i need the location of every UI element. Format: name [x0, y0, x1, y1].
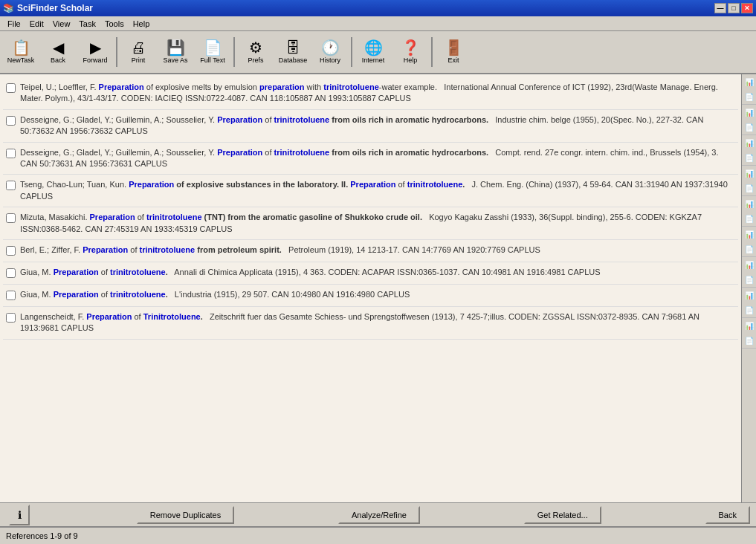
side-icon-pair-1: 📊 📄 — [742, 74, 756, 105]
menu-edit[interactable]: Edit — [25, 18, 48, 30]
toolbar-separator-4 — [431, 37, 433, 67]
help-button[interactable]: ❓ Help — [392, 33, 428, 71]
saveas-button[interactable]: 💾 Save As — [158, 33, 193, 71]
app-title: SciFinder Scholar — [17, 3, 93, 13]
prefs-button[interactable]: ⚙ Prefs — [238, 33, 274, 71]
fulltext-button[interactable]: 📄 Full Text — [195, 33, 230, 71]
menu-file[interactable]: File — [3, 18, 25, 30]
result-save-icon-7[interactable]: 📄 — [742, 272, 757, 287]
menu-bar: File Edit View Task Tools Help — [0, 16, 756, 31]
fulltext-icon: 📄 — [204, 40, 222, 55]
result-checkbox-1[interactable] — [6, 83, 16, 93]
result-detail-icon-7[interactable]: 📊 — [742, 257, 757, 272]
menu-help[interactable]: Help — [129, 18, 155, 30]
result-checkbox-3[interactable] — [6, 149, 16, 158]
table-row: Langenscheidt, F. Preparation of Trinitr… — [3, 307, 738, 340]
side-icon-pair-2: 📊 📄 — [742, 105, 756, 135]
remove-duplicates-button[interactable]: Remove Duplicates — [137, 506, 234, 524]
table-row: Giua, M. Preparation of trinitrotoluene.… — [3, 262, 738, 285]
table-row: Berl, E.; Ziffer, F. Preparation of trin… — [3, 240, 738, 262]
database-button[interactable]: 🗄 Database — [275, 33, 311, 71]
result-text-7: Giua, M. Preparation of trinitrotoluene.… — [20, 267, 735, 278]
result-text-1: Teipel, U.; Loeffler, F. Preparation of … — [20, 82, 735, 105]
result-detail-icon-2[interactable]: 📊 — [742, 105, 757, 120]
help-icon: ❓ — [401, 40, 420, 55]
result-text-3: Desseigne, G.; Gladel, Y.; Guillemin, A.… — [20, 147, 735, 170]
app-icon: 📚 — [3, 3, 14, 13]
result-checkbox-8[interactable] — [6, 291, 16, 300]
result-checkbox-2[interactable] — [6, 116, 16, 126]
exit-button[interactable]: 🚪 Exit — [436, 33, 471, 71]
status-bar: References 1-9 of 9 — [0, 526, 756, 544]
table-row: Desseigne, G.; Gladel, Y.; Guillemin, A.… — [3, 110, 738, 143]
result-checkbox-7[interactable] — [6, 268, 16, 278]
title-text: 📚 SciFinder Scholar — [3, 3, 93, 13]
newtask-button[interactable]: 📋 NewTask — [3, 33, 39, 71]
back-bottom-button[interactable]: Back — [705, 506, 750, 524]
table-row: Giua, M. Preparation of trinitrotoluene.… — [3, 285, 738, 307]
side-icon-pair-9: 📊 📄 — [742, 318, 756, 349]
side-icon-pair-5: 📊 📄 — [742, 196, 756, 227]
main-area: Teipel, U.; Loeffler, F. Preparation of … — [0, 74, 756, 502]
result-save-icon-4[interactable]: 📄 — [742, 181, 757, 195]
toolbar: 📋 NewTask ◀ Back ▶ Forward 🖨 Print 💾 Sav… — [0, 31, 756, 74]
result-detail-icon-4[interactable]: 📊 — [742, 166, 757, 181]
newtask-icon: 📋 — [12, 40, 30, 55]
back-toolbar-button[interactable]: ◀ Back — [40, 33, 76, 71]
internet-button[interactable]: 🌐 Internet — [355, 33, 391, 71]
result-checkbox-4[interactable] — [6, 181, 16, 190]
result-text-8: Giua, M. Preparation of trinitrotoluene.… — [20, 289, 735, 300]
info-icon[interactable]: ℹ — [9, 505, 30, 525]
menu-task[interactable]: Task — [74, 18, 100, 30]
toolbar-separator-3 — [351, 37, 352, 67]
result-detail-icon-3[interactable]: 📊 — [742, 135, 757, 150]
table-row: Mizuta, Masakichi. Preparation of trinit… — [3, 207, 738, 240]
title-bar: 📚 SciFinder Scholar — □ ✕ — [0, 0, 756, 16]
prefs-icon: ⚙ — [249, 40, 262, 55]
back-icon: ◀ — [53, 40, 64, 55]
side-icon-pair-6: 📊 📄 — [742, 227, 756, 257]
history-icon: 🕐 — [321, 40, 340, 55]
result-text-6: Berl, E.; Ziffer, F. Preparation of trin… — [20, 245, 735, 256]
print-icon: 🖨 — [131, 40, 146, 55]
result-save-icon-6[interactable]: 📄 — [742, 242, 757, 256]
results-list[interactable]: Teipel, U.; Loeffler, F. Preparation of … — [0, 74, 741, 502]
menu-tools[interactable]: Tools — [100, 18, 129, 30]
result-checkbox-6[interactable] — [6, 246, 16, 256]
maximize-button[interactable]: □ — [728, 3, 740, 13]
side-icon-pair-8: 📊 📄 — [742, 288, 756, 318]
menu-view[interactable]: View — [48, 18, 75, 30]
result-save-icon-9[interactable]: 📄 — [742, 333, 757, 348]
result-checkbox-9[interactable] — [6, 313, 16, 323]
side-icon-pair-4: 📊 📄 — [742, 166, 756, 196]
title-bar-buttons: — □ ✕ — [714, 3, 753, 13]
side-icon-pair-7: 📊 📄 — [742, 257, 756, 288]
print-button[interactable]: 🖨 Print — [120, 33, 156, 71]
minimize-button[interactable]: — — [714, 3, 726, 13]
analyze-refine-button[interactable]: Analyze/Refine — [338, 506, 420, 524]
get-related-button[interactable]: Get Related... — [524, 506, 601, 524]
table-row: Tseng, Chao-Lun; Tuan, Kun. Preparation … — [3, 175, 738, 207]
result-text-2: Desseigne, G.; Gladel, Y.; Guillemin, A.… — [20, 114, 735, 137]
result-save-icon-5[interactable]: 📄 — [742, 211, 757, 226]
result-save-icon-3[interactable]: 📄 — [742, 150, 757, 165]
internet-icon: 🌐 — [364, 40, 383, 55]
toolbar-separator-1 — [116, 37, 117, 67]
result-save-icon-1[interactable]: 📄 — [742, 89, 757, 104]
result-detail-icon-9[interactable]: 📊 — [742, 318, 757, 333]
toolbar-separator-2 — [233, 37, 235, 67]
forward-button[interactable]: ▶ Forward — [77, 33, 113, 71]
result-detail-icon-1[interactable]: 📊 — [742, 74, 757, 89]
result-detail-icon-8[interactable]: 📊 — [742, 288, 757, 302]
result-save-icon-2[interactable]: 📄 — [742, 120, 757, 135]
result-text-4: Tseng, Chao-Lun; Tuan, Kun. Preparation … — [20, 179, 735, 202]
result-save-icon-8[interactable]: 📄 — [742, 302, 757, 317]
forward-icon: ▶ — [90, 40, 101, 55]
result-detail-icon-5[interactable]: 📊 — [742, 196, 757, 211]
result-text-5: Mizuta, Masakichi. Preparation of trinit… — [20, 212, 735, 235]
table-row: Desseigne, G.; Gladel, Y.; Guillemin, A.… — [3, 143, 738, 175]
close-button[interactable]: ✕ — [741, 3, 753, 13]
history-button[interactable]: 🕐 History — [312, 33, 348, 71]
result-checkbox-5[interactable] — [6, 213, 16, 223]
result-detail-icon-6[interactable]: 📊 — [742, 227, 757, 242]
